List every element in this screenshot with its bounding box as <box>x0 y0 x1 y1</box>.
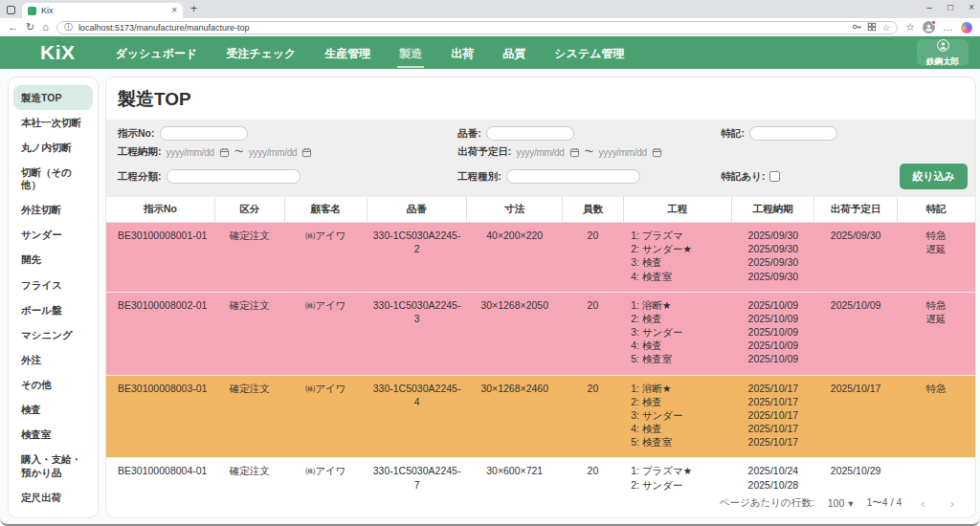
kotei-nouki-from-input[interactable]: yyyy/mm/dd <box>167 147 214 158</box>
page-title: 製造TOP <box>106 77 975 120</box>
table-row[interactable]: BE30100008004-01 確定注文 ㈱アイワ 330-1C5030A22… <box>106 458 975 493</box>
calendar-icon[interactable] <box>652 147 662 158</box>
sidebar-item-outsource[interactable]: 外注 <box>13 347 93 372</box>
sidebar-item-cut-other[interactable]: 切断（その他） <box>13 160 93 197</box>
cell-sunpo: 40×200×220 <box>467 223 563 293</box>
nav-item-quality[interactable]: 品質 <box>501 38 527 68</box>
sidebar-item-hq-primary-cut[interactable]: 本社一次切断 <box>13 110 93 135</box>
refresh-icon[interactable]: ↻ <box>26 22 34 33</box>
sidebar: 製造TOP 本社一次切断 丸ノ内切断 切断（その他） 外注切断 サンダー 開先 … <box>8 77 99 518</box>
shukka-yotei-to-input[interactable]: yyyy/mm/dd <box>599 147 647 158</box>
sidebar-item-manufacture-top[interactable]: 製造TOP <box>13 85 93 110</box>
user-menu[interactable]: 鉄鋼太郎 <box>917 39 969 66</box>
nav-item-shipping[interactable]: 出荷 <box>449 38 476 68</box>
col-header-customer: 顧客名 <box>284 197 367 223</box>
filter-apply-button[interactable]: 絞り込み <box>900 164 968 189</box>
next-page-icon[interactable]: › <box>945 496 960 511</box>
sidebar-item-beveling[interactable]: 開先 <box>13 248 93 273</box>
calendar-icon[interactable] <box>219 147 230 158</box>
col-header-tokki: 特記 <box>897 197 975 223</box>
sidebar-item-purchase-supply[interactable]: 購入・支給・預かり品 <box>13 448 93 485</box>
cell-customer: ㈱アイワ <box>284 458 367 493</box>
url-text[interactable]: localhost:5173/manufacture/manufacture-t… <box>78 23 846 33</box>
site-info-icon[interactable]: ⓘ <box>64 21 73 33</box>
cell-sunpo: 30×1268×2460 <box>467 375 563 458</box>
pagination-bar: ページあたりの行数: 100 ▾ 1〜4 / 4 ‹ › <box>106 493 975 517</box>
tab-close-icon[interactable]: × <box>171 6 177 15</box>
new-tab-icon[interactable]: + <box>190 2 197 15</box>
home-icon[interactable]: ⌂ <box>42 22 49 33</box>
cell-shiji-no: BE30100008002-01 <box>106 292 215 375</box>
browser-menu-icon[interactable]: … <box>943 22 953 33</box>
nav-item-order-check[interactable]: 受注チェック <box>224 38 298 68</box>
profile-notification-dot <box>931 20 936 25</box>
bookmark-star-icon[interactable]: ☆ <box>882 23 890 33</box>
sidebar-item-marunouchi-cut[interactable]: 丸ノ内切断 <box>13 135 93 160</box>
collections-icon[interactable] <box>867 22 877 33</box>
cell-hinban: 330-1C5030A2245-4 <box>367 375 466 458</box>
main-panel: 製造TOP 指示No: 品番: 特記: 工程納期: yy <box>105 77 976 518</box>
cell-kotei: 1: プラズマ 2: サンダー★ 3: 検査 4: 検査室 <box>623 223 732 293</box>
cell-hinban: 330-1C5030A2245-2 <box>367 223 466 293</box>
app-navbar: KiX ダッシュボード 受注チェック 生産管理 製造 出荷 品質 システム管理 … <box>0 36 980 69</box>
col-header-kotei-nouki: 工程納期 <box>732 197 814 223</box>
table-row[interactable]: BE30100008001-01 確定注文 ㈱アイワ 330-1C5030A22… <box>106 223 975 293</box>
table-row[interactable]: BE30100008003-01 確定注文 ㈱アイワ 330-1C5030A22… <box>106 375 975 458</box>
sidebar-item-stock-shipping[interactable]: 在庫出荷 <box>13 510 93 518</box>
window-minimize-icon[interactable]: – <box>927 2 933 12</box>
tab-title: Kix <box>41 6 167 15</box>
browser-urlbar: ← ↻ ⌂ ⓘ localhost:5173/manufacture/manuf… <box>0 18 980 36</box>
nav-item-dashboard[interactable]: ダッシュボード <box>114 38 200 68</box>
calendar-icon[interactable] <box>301 147 312 158</box>
cell-customer: ㈱アイワ <box>284 292 367 375</box>
cell-kotei: 1: 溶断★ 2: 検査 3: サンダー 4: 検査 5: 検査室 <box>623 375 732 458</box>
sidebar-item-outsource-cut[interactable]: 外注切断 <box>13 198 93 223</box>
cell-kotei-nouki: 2025/09/30 2025/09/30 2025/09/30 2025/09… <box>732 223 814 293</box>
shiji-no-input[interactable] <box>160 126 248 141</box>
kotei-shubetsu-input[interactable] <box>506 169 640 184</box>
favorites-add-icon[interactable]: ☆ <box>905 22 915 33</box>
cell-shiji-no: BE30100008003-01 <box>106 375 215 458</box>
sidebar-item-milling[interactable]: フライス <box>13 273 93 297</box>
sidebar-item-inspection[interactable]: 検査 <box>13 398 93 423</box>
sidebar-item-standard-shipping[interactable]: 定尺出荷 <box>13 485 93 510</box>
kotei-shubetsu-label: 工程種別: <box>457 170 501 184</box>
cell-tokki: 特急 遅延 <box>897 292 975 375</box>
sidebar-item-sander[interactable]: サンダー <box>13 223 93 248</box>
table-row[interactable]: BE30100008002-01 確定注文 ㈱アイワ 330-1C5030A22… <box>106 292 975 375</box>
back-icon[interactable]: ← <box>8 22 18 33</box>
kotei-bunrui-input[interactable] <box>167 169 301 184</box>
prev-page-icon[interactable]: ‹ <box>915 496 930 511</box>
sidebar-item-machining[interactable]: マシニング <box>13 322 93 347</box>
tokki-input[interactable] <box>749 126 837 141</box>
browser-window: Kix × + – □ × ← ↻ ⌂ ⓘ localhost:5173/man… <box>0 0 980 526</box>
cell-kotei-nouki: 2025/10/09 2025/10/09 2025/10/09 2025/10… <box>732 292 814 375</box>
password-key-icon[interactable] <box>852 22 861 33</box>
rows-per-page-select[interactable]: 100 ▾ <box>828 497 854 509</box>
nav-item-system[interactable]: システム管理 <box>552 38 626 68</box>
calendar-icon[interactable] <box>569 147 580 158</box>
sidebar-item-drill-press[interactable]: ボール盤 <box>13 297 93 322</box>
address-bar[interactable]: ⓘ localhost:5173/manufacture/manufacture… <box>56 21 898 34</box>
window-close-icon[interactable]: × <box>969 2 974 12</box>
nav-item-production[interactable]: 生産管理 <box>323 38 372 68</box>
range-separator: 〜 <box>234 145 244 159</box>
browser-tab[interactable]: Kix × <box>22 3 183 18</box>
col-header-kotei: 工程 <box>623 197 732 223</box>
kix-logo[interactable]: KiX <box>40 41 76 64</box>
hinban-input[interactable] <box>486 126 574 141</box>
kotei-nouki-to-input[interactable]: yyyy/mm/dd <box>249 147 297 158</box>
sidebar-item-other[interactable]: その他 <box>13 373 93 398</box>
nav-item-manufacture[interactable]: 製造 <box>397 38 424 68</box>
tokki-ari-checkbox[interactable] <box>769 171 780 182</box>
cell-ship-date: 2025/10/29 <box>814 458 897 493</box>
shukka-yotei-from-input[interactable]: yyyy/mm/dd <box>516 147 564 158</box>
browser-profile-avatar[interactable] <box>923 21 935 33</box>
copilot-icon[interactable] <box>961 22 972 33</box>
tab-actions-icon[interactable] <box>7 6 15 14</box>
sidebar-item-inspection-room[interactable]: 検査室 <box>13 423 93 448</box>
rows-per-page-label: ページあたりの行数: <box>720 496 814 510</box>
window-maximize-icon[interactable]: □ <box>947 2 953 12</box>
cell-sunpo: 30×1268×2050 <box>467 292 563 375</box>
cell-ship-date: 2025/10/17 <box>814 375 897 458</box>
